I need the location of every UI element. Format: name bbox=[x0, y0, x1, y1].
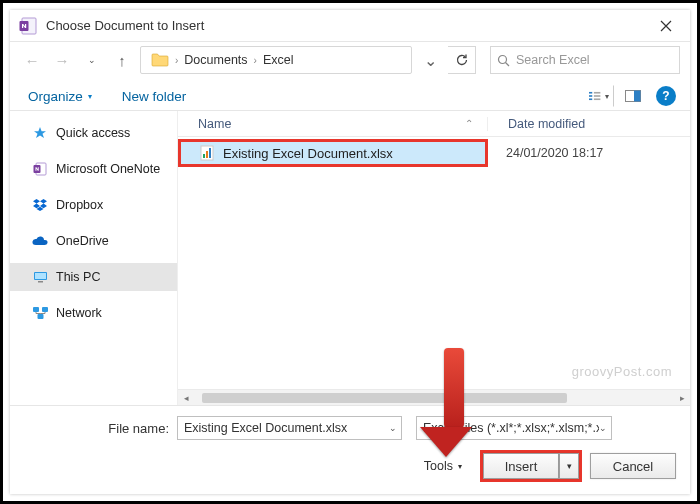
up-button[interactable]: ↑ bbox=[110, 48, 134, 72]
new-folder-button[interactable]: New folder bbox=[122, 89, 187, 104]
chevron-right-icon: › bbox=[254, 55, 257, 66]
forward-button[interactable]: → bbox=[50, 48, 74, 72]
svg-rect-8 bbox=[594, 95, 601, 97]
svg-rect-18 bbox=[42, 307, 48, 312]
quick-access-icon bbox=[32, 125, 48, 141]
this-pc-icon bbox=[32, 269, 48, 285]
filter-value: Excel Files (*.xl*;*.xlsx;*.xlsm;*.xls bbox=[423, 421, 599, 435]
file-row[interactable]: Existing Excel Document.xlsx 24/01/2020 … bbox=[178, 137, 690, 169]
onedrive-icon bbox=[32, 233, 48, 249]
svg-rect-21 bbox=[203, 154, 205, 158]
sort-indicator-icon: ⌃ bbox=[465, 118, 473, 129]
svg-rect-19 bbox=[37, 314, 43, 319]
svg-rect-5 bbox=[589, 95, 592, 97]
watermark-text: groovyPost.com bbox=[572, 364, 672, 379]
address-breadcrumb[interactable]: › Documents › Excel bbox=[140, 46, 412, 74]
sidebar-item-onenote[interactable]: Microsoft OneNote bbox=[10, 155, 177, 183]
svg-rect-7 bbox=[594, 92, 601, 94]
filename-input[interactable]: Existing Excel Document.xlsx ⌄ bbox=[177, 416, 402, 440]
svg-line-3 bbox=[506, 62, 510, 66]
navigation-pane: Quick access Microsoft OneNote Dropbox O… bbox=[10, 111, 178, 405]
column-header-date[interactable]: Date modified bbox=[488, 117, 585, 131]
scrollbar-track[interactable] bbox=[194, 391, 674, 405]
breadcrumb-part[interactable]: Excel bbox=[263, 53, 294, 67]
chevron-right-icon: › bbox=[175, 55, 178, 66]
close-button[interactable] bbox=[646, 12, 686, 40]
filename-value: Existing Excel Document.xlsx bbox=[184, 421, 347, 435]
network-icon bbox=[32, 305, 48, 321]
sidebar-item-label: Quick access bbox=[56, 126, 130, 140]
sidebar-item-label: Dropbox bbox=[56, 198, 103, 212]
svg-rect-17 bbox=[33, 307, 39, 312]
titlebar: Choose Document to Insert bbox=[10, 10, 690, 42]
horizontal-scrollbar[interactable]: ◂ ▸ bbox=[178, 389, 690, 405]
search-icon bbox=[497, 54, 510, 67]
preview-pane-button[interactable] bbox=[620, 85, 646, 107]
recent-locations-dropdown[interactable]: ⌄ bbox=[80, 48, 104, 72]
insert-dropdown-button[interactable]: ▾ bbox=[559, 453, 579, 479]
svg-rect-23 bbox=[209, 148, 211, 158]
sidebar-item-quick-access[interactable]: Quick access bbox=[10, 119, 177, 147]
insert-button-highlight: Insert ▾ bbox=[480, 450, 582, 482]
sidebar-item-this-pc[interactable]: This PC bbox=[10, 263, 177, 291]
folder-icon bbox=[151, 53, 169, 67]
action-buttons-row: Tools ▾ Insert ▾ Cancel bbox=[24, 450, 676, 482]
scroll-right-button[interactable]: ▸ bbox=[674, 393, 690, 403]
sidebar-item-label: Network bbox=[56, 306, 102, 320]
organize-menu[interactable]: Organize ▾ bbox=[28, 89, 92, 104]
chevron-down-icon: ▾ bbox=[458, 462, 462, 471]
chevron-down-icon: ⌄ bbox=[599, 423, 607, 433]
help-button[interactable]: ? bbox=[656, 86, 676, 106]
column-headers: Name ⌃ Date modified bbox=[178, 111, 690, 137]
file-type-filter[interactable]: Excel Files (*.xl*;*.xlsx;*.xlsm;*.xls ⌄ bbox=[416, 416, 612, 440]
file-name-cell[interactable]: Existing Excel Document.xlsx bbox=[178, 139, 488, 167]
cancel-button[interactable]: Cancel bbox=[590, 453, 676, 479]
view-options-button[interactable]: ▾ bbox=[588, 85, 614, 107]
dropbox-icon bbox=[32, 197, 48, 213]
svg-rect-16 bbox=[38, 281, 43, 283]
excel-file-icon bbox=[199, 145, 215, 161]
refresh-button[interactable] bbox=[448, 46, 476, 74]
filename-label: File name: bbox=[24, 421, 169, 436]
search-input[interactable]: Search Excel bbox=[490, 46, 680, 74]
svg-rect-22 bbox=[206, 151, 208, 158]
sidebar-item-label: OneDrive bbox=[56, 234, 109, 248]
sidebar-item-dropbox[interactable]: Dropbox bbox=[10, 191, 177, 219]
filename-row: File name: Existing Excel Document.xlsx … bbox=[24, 416, 676, 440]
organize-label: Organize bbox=[28, 89, 83, 104]
screenshot-frame: Choose Document to Insert ← → ⌄ ↑ › Docu… bbox=[0, 0, 700, 504]
file-name-text: Existing Excel Document.xlsx bbox=[223, 146, 393, 161]
file-browser-body: Quick access Microsoft OneNote Dropbox O… bbox=[10, 110, 690, 405]
dialog-window: Choose Document to Insert ← → ⌄ ↑ › Docu… bbox=[10, 10, 690, 494]
navigation-bar: ← → ⌄ ↑ › Documents › Excel ⌄ Search Exc… bbox=[10, 42, 690, 78]
column-header-name[interactable]: Name ⌃ bbox=[178, 117, 488, 131]
file-list-pane: Name ⌃ Date modified Existing Excel Docu… bbox=[178, 111, 690, 405]
tools-menu[interactable]: Tools ▾ bbox=[424, 459, 462, 473]
sidebar-item-label: Microsoft OneNote bbox=[56, 162, 160, 176]
scroll-left-button[interactable]: ◂ bbox=[178, 393, 194, 403]
svg-rect-11 bbox=[634, 91, 641, 102]
back-button[interactable]: ← bbox=[20, 48, 44, 72]
tools-label: Tools bbox=[424, 459, 453, 473]
onenote-icon bbox=[32, 161, 48, 177]
chevron-down-icon: ▾ bbox=[88, 92, 92, 101]
search-placeholder: Search Excel bbox=[516, 53, 590, 67]
column-label: Name bbox=[198, 117, 231, 131]
dialog-title: Choose Document to Insert bbox=[46, 18, 646, 33]
scrollbar-thumb[interactable] bbox=[202, 393, 567, 403]
toolbar: Organize ▾ New folder ▾ ? bbox=[10, 78, 690, 110]
svg-rect-4 bbox=[589, 92, 592, 94]
sidebar-item-onedrive[interactable]: OneDrive bbox=[10, 227, 177, 255]
dialog-footer: File name: Existing Excel Document.xlsx … bbox=[10, 405, 690, 494]
address-dropdown[interactable]: ⌄ bbox=[418, 48, 442, 72]
sidebar-item-label: This PC bbox=[56, 270, 100, 284]
svg-point-2 bbox=[499, 55, 507, 63]
sidebar-item-network[interactable]: Network bbox=[10, 299, 177, 327]
file-date-cell: 24/01/2020 18:17 bbox=[488, 146, 603, 160]
svg-rect-6 bbox=[589, 98, 592, 100]
chevron-down-icon: ⌄ bbox=[389, 423, 397, 433]
svg-rect-9 bbox=[594, 98, 601, 100]
onenote-icon bbox=[18, 16, 38, 36]
insert-button[interactable]: Insert bbox=[483, 453, 559, 479]
breadcrumb-part[interactable]: Documents bbox=[184, 53, 247, 67]
